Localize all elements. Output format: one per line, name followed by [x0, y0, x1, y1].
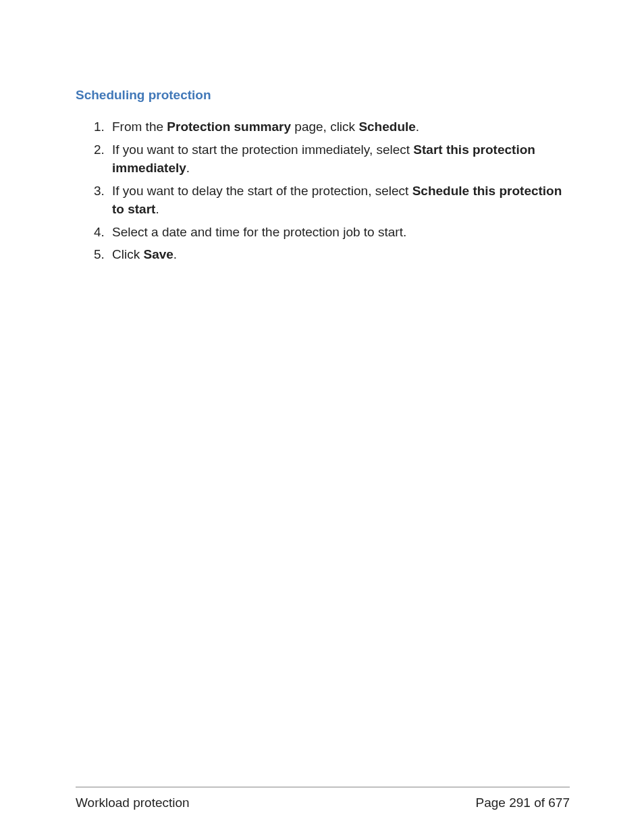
step-1: From the Protection summary page, click … [108, 118, 570, 136]
ui-term: Save [143, 247, 173, 261]
step-5: Click Save. [108, 245, 570, 264]
footer-section-title: Workload protection [76, 796, 190, 810]
step-text: Click [112, 247, 143, 261]
step-4: Select a date and time for the protectio… [108, 223, 570, 242]
section-heading: Scheduling protection [76, 88, 570, 103]
step-text: . [186, 161, 190, 175]
document-page: Scheduling protection From the Protectio… [0, 0, 644, 834]
step-text: . [155, 202, 159, 216]
step-text: If you want to start the protection imme… [112, 142, 413, 157]
step-text: . [416, 120, 419, 134]
step-text: If you want to delay the start of the pr… [112, 184, 412, 198]
footer-row: Workload protection Page 291 of 677 [76, 796, 570, 810]
step-3: If you want to delay the start of the pr… [108, 182, 570, 219]
ui-term: Protection summary [167, 120, 291, 134]
page-footer: Workload protection Page 291 of 677 [76, 787, 570, 810]
footer-divider [76, 787, 570, 787]
footer-page-number: Page 291 of 677 [476, 796, 570, 810]
step-text: From the [112, 120, 167, 134]
ui-term: Schedule [358, 120, 415, 134]
step-2: If you want to start the protection imme… [108, 140, 570, 178]
step-text: . [173, 247, 177, 261]
step-text: Select a date and time for the protectio… [112, 225, 406, 239]
steps-list: From the Protection summary page, click … [76, 118, 570, 264]
step-text: page, click [291, 120, 358, 134]
